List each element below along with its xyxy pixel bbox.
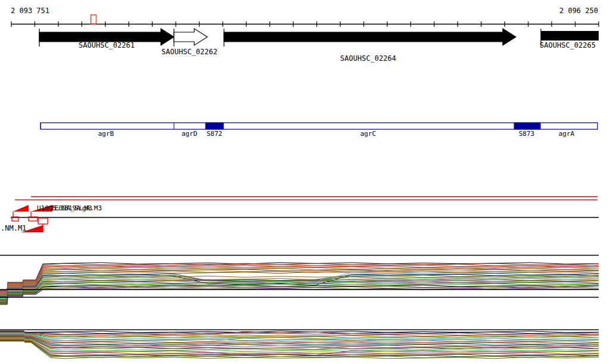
segment-label-agrc: agrC [360,130,376,137]
gene-label-saouhsc-02262: SAOUHSC_02262 [161,48,217,55]
gene-label-saouhsc-02261: SAOUHSC_02261 [79,42,135,49]
cluster-wedge [13,205,29,211]
operon-segment-s873[interactable] [514,123,540,129]
ruler-start-coordinate: 2 093 751 [11,7,49,14]
position-marker[interactable] [91,15,97,24]
ruler-end-coordinate: 2 096 250 [559,7,598,14]
cluster-node-box [38,218,48,224]
expression-line-upper [0,288,599,304]
segment-label-s872: S872 [207,130,223,137]
segment-label-agra: agrA [559,130,575,137]
gene-arrow-saouhsc_02264[interactable] [224,29,516,45]
cluster-sample-label-left: .NM.M1 [1,225,26,232]
gene-arrow-saouhsc_02262[interactable] [174,29,207,45]
segment-label-agrb: agrB [98,130,114,137]
gene-label-saouhsc-02265: SAOUHSC_02265 [540,42,596,49]
operon-segment-s872[interactable] [206,123,223,129]
expression-line-upper [0,288,599,304]
gene-box-saouhsc_02265[interactable] [541,31,599,41]
genome-browser-screenshot: 2 093 751 2 096 250 SAOUHSC_02261 SAOUHS… [0,0,610,364]
segment-label-s873: S873 [519,130,535,137]
segment-label-agrd: agrD [182,130,198,137]
gene-label-saouhsc-02264: SAOUHSC_02264 [340,55,396,62]
cluster-sample-label-2: 1E09A_SigA.M3 [51,205,102,211]
genome-browser-canvas [0,0,610,364]
